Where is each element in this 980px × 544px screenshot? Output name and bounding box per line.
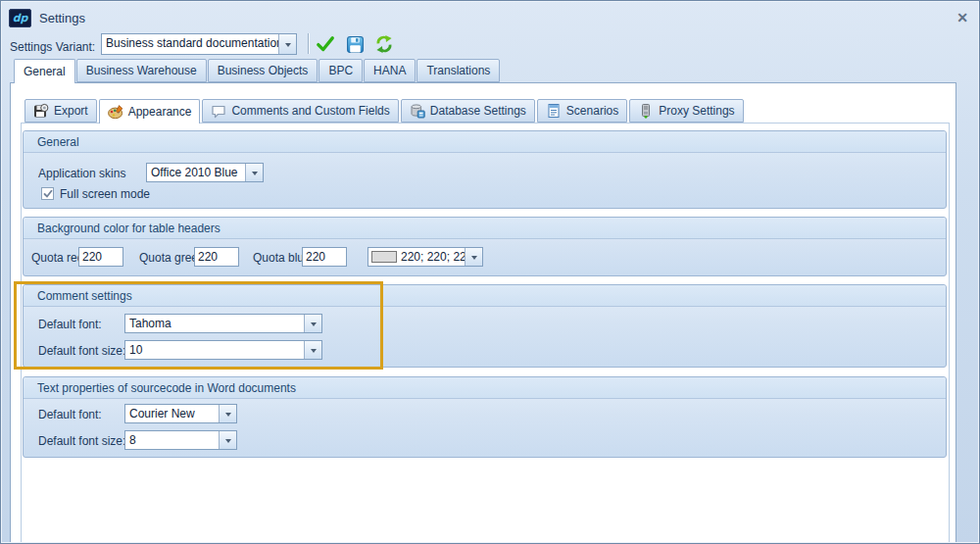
subtab-label: Appearance bbox=[128, 105, 192, 119]
checkmark-icon bbox=[43, 189, 53, 199]
apply-button[interactable] bbox=[314, 32, 337, 56]
comment-default-font-size-combo[interactable]: 10 bbox=[124, 340, 322, 360]
title-bar: dp Settings ✕ bbox=[9, 7, 968, 28]
chevron-down-icon bbox=[225, 439, 231, 446]
sub-tab-bar: Export Appearance Comments and Custom Fi… bbox=[24, 99, 744, 124]
header-color-combo[interactable]: 220; 220; 220 bbox=[368, 247, 483, 267]
subtab-comments-and-custom-fields[interactable]: Comments and Custom Fields bbox=[202, 99, 398, 123]
subtab-label: Database Settings bbox=[430, 104, 526, 118]
comment-default-font-combo[interactable]: Tahoma bbox=[124, 314, 322, 333]
toolbar-separator bbox=[308, 33, 309, 54]
comment-default-font-size-value: 10 bbox=[125, 341, 304, 359]
close-icon[interactable]: ✕ bbox=[956, 11, 968, 25]
source-default-font-combo[interactable]: Courier New bbox=[124, 404, 237, 423]
settings-variant-combo[interactable]: Business standard documentation bbox=[101, 33, 297, 55]
group-comment-settings: Comment settings Default font: Tahoma De… bbox=[23, 284, 947, 368]
tab-business-warehouse[interactable]: Business Warehouse bbox=[76, 59, 207, 82]
application-skins-combo[interactable]: Office 2010 Blue bbox=[146, 163, 264, 182]
source-default-font-size-value: 8 bbox=[125, 431, 219, 449]
tab-translations[interactable]: Translations bbox=[416, 59, 500, 82]
quota-green-input[interactable] bbox=[194, 247, 239, 267]
settings-variant-value: Business standard documentation bbox=[102, 34, 278, 54]
general-tab-page: Export Appearance Comments and Custom Fi… bbox=[10, 82, 956, 544]
main-tab-bar: General Business Warehouse Business Obje… bbox=[14, 59, 500, 83]
source-default-font-dropdown-button[interactable] bbox=[219, 405, 236, 422]
scenarios-icon bbox=[546, 103, 562, 119]
source-default-font-size-label: Default font size: bbox=[38, 431, 125, 451]
full-screen-mode-checkbox[interactable] bbox=[41, 187, 54, 200]
tab-hana[interactable]: HANA bbox=[364, 59, 416, 82]
subtab-label: Proxy Settings bbox=[659, 104, 734, 118]
settings-variant-label: Settings Variant: bbox=[10, 37, 95, 57]
proxy-icon bbox=[638, 103, 654, 119]
source-default-font-label: Default font: bbox=[38, 405, 102, 424]
header-color-value: 220; 220; 220 bbox=[397, 248, 465, 266]
settings-variant-dropdown-button[interactable] bbox=[278, 34, 296, 54]
application-skins-dropdown-button[interactable] bbox=[245, 164, 263, 181]
comments-icon bbox=[211, 103, 226, 119]
subtab-proxy-settings[interactable]: Proxy Settings bbox=[629, 99, 743, 123]
full-screen-mode-label: Full screen mode bbox=[60, 184, 150, 204]
chevron-down-icon bbox=[285, 43, 291, 50]
subtab-label: Scenarios bbox=[566, 104, 618, 118]
source-default-font-size-dropdown-button[interactable] bbox=[219, 431, 236, 449]
quota-red-input[interactable] bbox=[78, 247, 123, 267]
subtab-database-settings[interactable]: Database Settings bbox=[401, 99, 535, 123]
group-title: Background color for table headers bbox=[37, 222, 220, 235]
app-logo-icon: dp bbox=[9, 9, 31, 27]
quota-blue-input[interactable] bbox=[302, 247, 347, 267]
comment-default-font-dropdown-button[interactable] bbox=[304, 315, 321, 332]
export-icon bbox=[33, 103, 49, 119]
tab-label: Translations bbox=[426, 64, 490, 77]
window-title: Settings bbox=[39, 11, 85, 25]
group-title: Comment settings bbox=[37, 289, 132, 303]
check-icon bbox=[316, 34, 335, 54]
group-sourcecode-header: Text properties of sourcecode in Word do… bbox=[24, 377, 946, 399]
subtab-export[interactable]: Export bbox=[24, 99, 97, 123]
group-table-header-colors-header: Background color for table headers bbox=[24, 218, 946, 239]
group-title: Text properties of sourcecode in Word do… bbox=[37, 381, 296, 395]
group-comment-settings-header: Comment settings bbox=[24, 285, 946, 307]
tab-label: Business Objects bbox=[218, 64, 309, 77]
tab-business-objects[interactable]: Business Objects bbox=[208, 59, 318, 82]
tab-label: BPC bbox=[328, 64, 353, 77]
chevron-down-icon bbox=[311, 349, 317, 356]
chevron-down-icon bbox=[471, 256, 477, 263]
tab-label: HANA bbox=[373, 64, 406, 77]
group-general-header: General bbox=[24, 131, 946, 153]
source-default-font-size-combo[interactable]: 8 bbox=[124, 430, 237, 450]
comment-default-font-label: Default font: bbox=[38, 315, 102, 334]
floppy-icon bbox=[346, 35, 365, 54]
refresh-icon bbox=[374, 34, 394, 54]
header-color-dropdown-button[interactable] bbox=[465, 248, 482, 266]
application-skins-value: Office 2010 Blue bbox=[147, 164, 245, 181]
application-skins-label: Application skins bbox=[38, 164, 125, 183]
quota-red-label: Quota red bbox=[31, 248, 83, 268]
appearance-icon bbox=[108, 104, 123, 120]
chevron-down-icon bbox=[252, 172, 258, 178]
tab-label: Business Warehouse bbox=[86, 64, 197, 77]
group-table-header-colors: Background color for table headers Quota… bbox=[23, 217, 947, 276]
subtab-scenarios[interactable]: Scenarios bbox=[537, 99, 627, 123]
color-swatch bbox=[371, 251, 397, 263]
chevron-down-icon bbox=[311, 322, 317, 329]
subtab-appearance[interactable]: Appearance bbox=[99, 99, 201, 124]
chevron-down-icon bbox=[225, 413, 231, 420]
database-icon bbox=[410, 103, 425, 119]
group-sourcecode-text-properties: Text properties of sourcecode in Word do… bbox=[23, 376, 947, 458]
comment-default-font-value: Tahoma bbox=[125, 315, 304, 332]
subtab-label: Export bbox=[54, 104, 88, 118]
comment-default-font-size-label: Default font size: bbox=[38, 341, 125, 361]
source-default-font-value: Courier New bbox=[125, 405, 219, 422]
save-button[interactable] bbox=[343, 32, 367, 56]
subtab-label: Comments and Custom Fields bbox=[231, 104, 389, 118]
comment-default-font-size-dropdown-button[interactable] bbox=[304, 341, 321, 359]
tab-general[interactable]: General bbox=[14, 59, 75, 83]
group-title: General bbox=[37, 135, 79, 149]
group-general: General Application skins Office 2010 Bl… bbox=[23, 130, 947, 209]
tab-label: General bbox=[24, 65, 66, 78]
refresh-button[interactable] bbox=[372, 32, 396, 56]
tab-bpc[interactable]: BPC bbox=[318, 59, 363, 82]
